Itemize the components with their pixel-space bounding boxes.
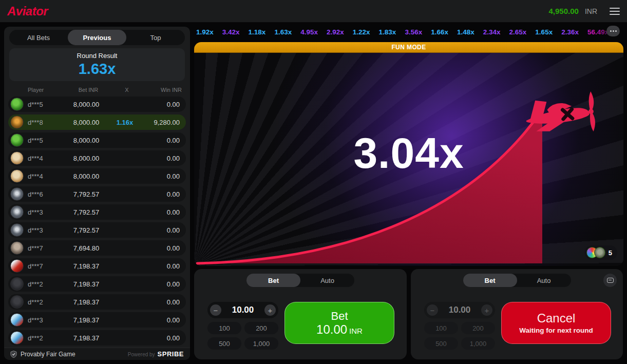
quick-200-right[interactable]: 200 [461, 322, 495, 334]
amount-value-right[interactable]: 10.00 [449, 305, 471, 315]
col-bet: Bet INR [65, 87, 112, 93]
player-name: d***3 [28, 226, 63, 234]
round-result-value: 1.63x [79, 61, 116, 78]
minus-button-left[interactable]: − [210, 304, 221, 316]
minus-button-right[interactable]: − [427, 304, 438, 316]
player-avatar [10, 151, 24, 165]
col-win: Win INR [142, 87, 185, 93]
powered-by[interactable]: Powered by SPRIBE [128, 350, 184, 358]
top-bar: Aviator 4,950.00 INR [0, 0, 627, 23]
history-item[interactable]: 1.63x [274, 28, 292, 36]
player-avatar [10, 187, 24, 201]
bets-list[interactable]: d***5 8,000.00 0.00 d***8 8,000.00 1.16x… [8, 97, 186, 360]
bet-amount: 8,000.00 [63, 101, 110, 108]
quick-500-right[interactable]: 500 [424, 337, 458, 350]
tab-auto-right[interactable]: Auto [517, 274, 571, 287]
win-amount: 0.00 [140, 262, 183, 270]
history-item[interactable]: 3.42x [222, 28, 240, 36]
player-avatar [10, 331, 24, 344]
player-name: d***7 [28, 262, 63, 270]
badge-avatar [594, 247, 605, 258]
table-row: d***2 7,198.37 0.00 [8, 276, 186, 292]
bet-auto-toggle-right: Bet Auto [463, 274, 571, 287]
history-more-button[interactable] [606, 26, 620, 36]
provably-fair[interactable]: Provably Fair Game [10, 351, 75, 358]
amount-stepper-right: − 10.00 + [424, 302, 495, 318]
history-item[interactable]: 1.48x [457, 28, 474, 36]
history-item[interactable]: 2.36x [561, 28, 579, 36]
multiplier-history: 1.92x 3.42x 1.18x 1.63x 4.95x 2.92x 1.22… [196, 26, 623, 38]
win-amount: 0.00 [140, 137, 183, 144]
bet-amount: 7,198.37 [63, 334, 110, 342]
current-multiplier: 3.04x [194, 128, 623, 178]
player-name: d***8 [28, 119, 63, 126]
fun-mode-banner: FUN MODE [194, 42, 623, 53]
table-row: d***7 7,198.37 0.00 [8, 258, 186, 274]
win-amount: 0.00 [140, 155, 183, 162]
history-item[interactable]: 1.66x [431, 28, 448, 36]
win-amount: 9,280.00 [140, 119, 183, 126]
quick-1000-left[interactable]: 1,000 [244, 337, 278, 350]
game-canvas: 3.04x FUN MODE 5 [194, 42, 623, 266]
tab-all-bets[interactable]: All Bets [9, 30, 68, 45]
history-item[interactable]: 2.34x [483, 28, 501, 36]
bet-button[interactable]: Bet 10.00INR [284, 302, 394, 344]
quick-100-left[interactable]: 100 [207, 322, 241, 334]
win-amount: 0.00 [140, 280, 183, 288]
player-avatar [10, 259, 24, 273]
player-name: d***3 [28, 316, 63, 324]
tab-bet-right[interactable]: Bet [463, 274, 517, 287]
balance-currency: INR [585, 7, 597, 15]
plus-button-right[interactable]: + [481, 304, 492, 316]
history-item[interactable]: 1.22x [353, 28, 370, 36]
amount-value-left[interactable]: 10.00 [232, 305, 254, 315]
bet-button-amount: 10.00INR [316, 322, 363, 337]
bet-panel-left: Bet Auto − 10.00 + 100 200 500 1,000 Bet… [194, 269, 407, 359]
table-row: d***5 8,000.00 0.00 [8, 132, 186, 148]
bet-amount: 8,000.00 [63, 173, 110, 180]
history-item[interactable]: 1.92x [196, 28, 214, 36]
table-row: d***4 8,000.00 0.00 [8, 150, 186, 166]
table-row: d***5 8,000.00 0.00 [8, 97, 186, 112]
badge-avatars [586, 247, 605, 258]
bet-amount: 8,000.00 [63, 119, 110, 126]
player-name: d***6 [28, 190, 63, 198]
quick-100-right[interactable]: 100 [424, 322, 458, 334]
bet-amount: 7,198.37 [63, 298, 110, 306]
tab-auto-left[interactable]: Auto [300, 274, 354, 287]
remove-panel-button[interactable] [603, 274, 617, 287]
cancel-button[interactable]: Cancel Waiting for next round [501, 302, 611, 344]
players-badge[interactable]: 5 [585, 245, 617, 260]
player-name: d***4 [28, 173, 63, 180]
history-item[interactable]: 2.92x [327, 28, 344, 36]
tab-top[interactable]: Top [126, 30, 185, 45]
table-row: d***2 7,198.37 0.00 [8, 294, 186, 310]
bets-sidebar: All Bets Previous Top Round Result 1.63x… [4, 27, 190, 360]
history-item[interactable]: 4.95x [300, 28, 318, 36]
history-item[interactable]: 1.83x [379, 28, 396, 36]
quick-amounts-right: 100 200 500 1,000 [424, 322, 495, 350]
round-result-title: Round Result [77, 52, 118, 60]
history-item[interactable]: 1.18x [249, 28, 266, 36]
bet-amount-currency: INR [349, 327, 363, 335]
plus-button-left[interactable]: + [264, 304, 276, 316]
player-name: d***5 [28, 101, 63, 108]
player-name: d***2 [28, 298, 63, 306]
player-avatar [10, 223, 24, 237]
history-item[interactable]: 3.56x [405, 28, 422, 36]
amount-stepper-left: − 10.00 + [207, 302, 278, 318]
tab-bet-left[interactable]: Bet [246, 274, 300, 287]
quick-200-left[interactable]: 200 [244, 322, 278, 334]
player-name: d***4 [28, 155, 63, 162]
quick-500-left[interactable]: 500 [207, 337, 241, 350]
win-amount: 0.00 [140, 208, 183, 216]
bet-amount: 7,792.57 [63, 190, 110, 198]
table-row: d***8 8,000.00 1.16x 9,280.00 [8, 114, 186, 130]
quick-1000-right[interactable]: 1,000 [461, 337, 495, 350]
history-item[interactable]: 1.65x [535, 28, 553, 36]
tab-previous[interactable]: Previous [68, 30, 126, 45]
hamburger-menu-icon[interactable] [610, 8, 620, 15]
player-name: d***5 [28, 137, 63, 144]
table-row: d***4 8,000.00 0.00 [8, 168, 186, 184]
history-item[interactable]: 2.65x [509, 28, 527, 36]
